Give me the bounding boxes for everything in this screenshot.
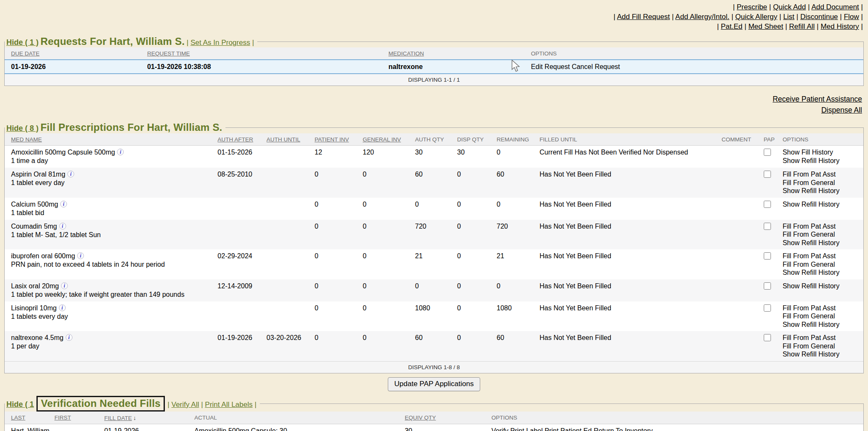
fill-from-pat-asst-link[interactable]: Fill From Pat Asst	[782, 252, 860, 260]
show-refill-history-link[interactable]: Show Refill History	[782, 157, 860, 165]
pap-checkbox[interactable]	[764, 149, 771, 156]
med-name: ibuprofen oral 600mg	[11, 252, 75, 260]
verification-table: LAST FIRST FILL DATE↓ ACTUAL EQUIV QTY O…	[5, 412, 863, 431]
pap-checkbox[interactable]	[764, 201, 771, 208]
info-icon[interactable]: i	[67, 171, 74, 177]
info-icon[interactable]: i	[77, 252, 84, 259]
return-to-inventory-link[interactable]: Return To Inventory	[594, 427, 653, 431]
nav-add-document[interactable]: Add Document	[811, 3, 859, 11]
fill-from-pat-asst-link[interactable]: Fill From Pat Asst	[782, 334, 860, 342]
pap-checkbox[interactable]	[764, 252, 771, 260]
col-general-inv[interactable]: GENERAL INV	[359, 133, 412, 146]
fill-from-general-link[interactable]: Fill From General	[782, 312, 860, 320]
col-due-date[interactable]: DUE DATE	[5, 47, 144, 60]
info-icon[interactable]: i	[117, 149, 124, 155]
col-auth-until[interactable]: AUTH UNTIL	[263, 133, 311, 146]
dispense-all-link[interactable]: Dispense All	[0, 105, 862, 116]
pap-checkbox[interactable]	[764, 334, 771, 341]
verification-options: Verify Print Label Print Patient Ed Retu…	[488, 424, 863, 431]
sort-descending-icon: ↓	[133, 414, 136, 421]
col-request-time[interactable]: REQUEST TIME	[144, 47, 385, 60]
nav-discontinue[interactable]: Discontinue	[800, 13, 838, 21]
receive-patient-assistance-link[interactable]: Receive Patient Assistance	[0, 94, 862, 105]
nav-quick-add[interactable]: Quick Add	[773, 3, 806, 11]
print-label-link[interactable]: Print Label	[510, 427, 543, 431]
col-options: OPTIONS	[528, 47, 863, 60]
set-as-in-progress-link[interactable]: Set As In Progress	[190, 39, 250, 47]
fill-from-pat-asst-link[interactable]: Fill From Pat Asst	[782, 304, 860, 312]
verify-all-link[interactable]: Verify All	[171, 401, 199, 409]
fill-from-general-link[interactable]: Fill From General	[782, 342, 860, 351]
fill-from-general-link[interactable]: Fill From General	[782, 230, 860, 239]
fill-options: Fill From Pat Asst Fill From General Sho…	[779, 331, 863, 361]
col-filled-until: FILLED UNTIL	[536, 133, 718, 146]
nav-add-fill-request[interactable]: Add Fill Request	[617, 13, 670, 21]
col-options: OPTIONS	[779, 133, 863, 146]
col-patient-inv[interactable]: PATIENT INV	[311, 133, 359, 146]
fill-options: Show Refill History	[779, 198, 863, 220]
nav-list[interactable]: List	[783, 13, 794, 21]
fill-options: Fill From Pat Asst Fill From General Sho…	[779, 301, 863, 332]
comment	[718, 168, 760, 198]
nav-flow[interactable]: Flow	[844, 13, 859, 21]
info-icon[interactable]: i	[60, 201, 67, 207]
verification-section-actions: Verify All Print All Labels	[167, 401, 256, 409]
fill-from-pat-asst-link[interactable]: Fill From Pat Asst	[782, 170, 860, 179]
nav-prescribe[interactable]: Prescribe	[737, 3, 767, 11]
fills-hide-link[interactable]: Hide ( 8 )	[6, 124, 39, 133]
show-refill-history-link[interactable]: Show Refill History	[782, 200, 860, 209]
fill-row-naltrexone: naltrexone 4.5mgi 1 per day 01-19-2026 0…	[5, 331, 863, 361]
col-med-name[interactable]: MED NAME	[5, 133, 214, 146]
show-refill-history-link[interactable]: Show Refill History	[782, 239, 860, 247]
fill-row-calcium: Calcium 500mgi 1 tablet bid 0 0 0 0 0 Ha…	[5, 198, 863, 220]
fill-from-general-link[interactable]: Fill From General	[782, 179, 860, 187]
nav-med-history[interactable]: Med History	[821, 22, 859, 30]
cancel-request-link[interactable]: Cancel Request	[572, 63, 620, 70]
show-refill-history-link[interactable]: Show Refill History	[782, 187, 860, 195]
fill-from-general-link[interactable]: Fill From General	[782, 260, 860, 269]
show-refill-history-link[interactable]: Show Refill History	[782, 320, 860, 329]
nav-med-sheet[interactable]: Med Sheet	[748, 22, 783, 30]
fill-from-pat-asst-link[interactable]: Fill From Pat Asst	[782, 222, 860, 231]
pap-checkbox[interactable]	[764, 304, 771, 312]
update-pap-applications-button[interactable]: Update PAP Applications	[388, 377, 480, 391]
col-last[interactable]: LAST	[5, 412, 51, 424]
pap-checkbox[interactable]	[764, 223, 771, 230]
info-icon[interactable]: i	[61, 282, 68, 289]
requests-hide-link[interactable]: Hide ( 1 )	[6, 38, 39, 47]
pap-checkbox[interactable]	[764, 282, 771, 290]
med-sig: PRN pain, not to exceed 4 tablets in 24 …	[11, 260, 211, 269]
print-all-labels-link[interactable]: Print All Labels	[205, 401, 253, 409]
col-first[interactable]: FIRST	[51, 412, 101, 424]
col-actual: ACTUAL	[191, 412, 401, 424]
col-equiv-qty[interactable]: EQUIV QTY	[401, 412, 488, 424]
show-refill-history-link[interactable]: Show Refill History	[782, 268, 860, 277]
request-row[interactable]: 01-19-2026 01-19-2026 10:38:08 naltrexon…	[5, 60, 863, 74]
col-medication[interactable]: MEDICATION	[385, 47, 528, 60]
pap-checkbox[interactable]	[764, 171, 771, 178]
edit-request-link[interactable]: Edit Request	[531, 63, 570, 70]
show-refill-history-link[interactable]: Show Refill History	[782, 282, 860, 290]
comment	[718, 301, 760, 332]
nav-refill-all[interactable]: Refill All	[789, 22, 815, 30]
verification-section: Hide ( 1 Verification Needed Fills Verif…	[4, 396, 864, 431]
col-auth-after[interactable]: AUTH AFTER	[214, 133, 263, 146]
verification-hide-link[interactable]: Hide ( 1	[6, 400, 34, 409]
print-patient-ed-link[interactable]: Print Patient Ed	[545, 427, 592, 431]
nav-quick-allergy[interactable]: Quick Allergy	[735, 13, 777, 21]
requests-section-legend: Hide ( 1 ) Requests For Hart, William S.…	[5, 36, 257, 47]
verify-link[interactable]: Verify	[492, 427, 509, 431]
show-fill-history-link[interactable]: Show Fill History	[782, 148, 860, 157]
fill-row-lisinopril: Lisinopril 10mgi 1 tablets every day 0 0…	[5, 301, 863, 332]
top-nav-row-1: Prescribe Quick Add Add Document	[0, 2, 863, 12]
info-icon[interactable]: i	[59, 304, 66, 311]
show-refill-history-link[interactable]: Show Refill History	[782, 350, 860, 359]
info-icon[interactable]: i	[66, 334, 72, 341]
med-sig: 1 tablet M- Sat, 1/2 tablet Sun	[11, 231, 211, 239]
fill-options: Show Fill History Show Refill History	[779, 146, 863, 168]
comment	[718, 220, 760, 250]
col-fill-date[interactable]: FILL DATE↓	[101, 412, 191, 424]
nav-add-allergy-intol[interactable]: Add Allergy/Intol.	[675, 13, 729, 21]
nav-pat-ed[interactable]: Pat.Ed	[721, 22, 743, 30]
info-icon[interactable]: i	[59, 223, 66, 229]
